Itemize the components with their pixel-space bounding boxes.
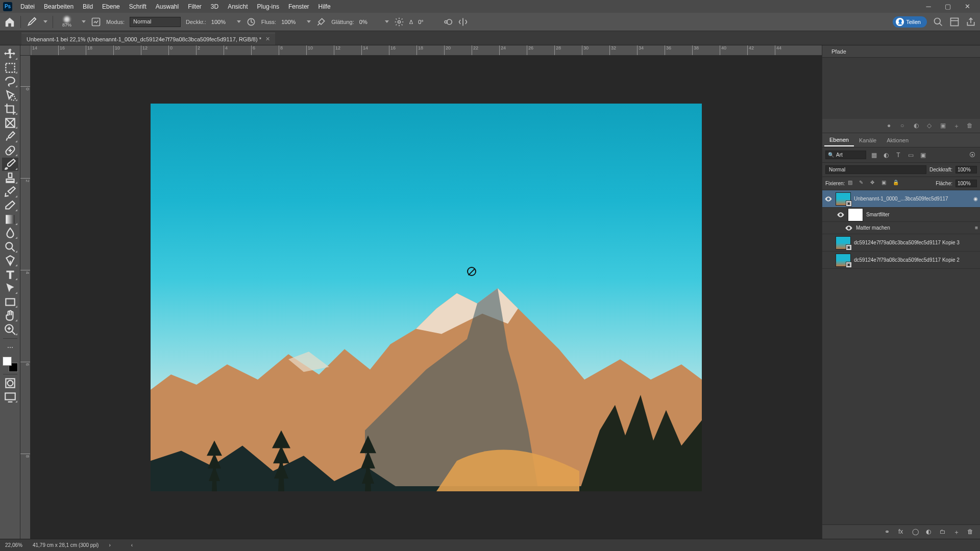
brush-preview[interactable]: 87% bbox=[58, 14, 76, 30]
frame-tool[interactable] bbox=[2, 116, 18, 130]
rectangle-tool[interactable] bbox=[2, 295, 18, 309]
chevron-down-icon[interactable] bbox=[385, 20, 389, 23]
brush-tool[interactable] bbox=[2, 158, 18, 171]
menu-3d[interactable]: 3D bbox=[207, 2, 223, 12]
lasso-tool[interactable] bbox=[2, 75, 18, 88]
history-brush-tool[interactable] bbox=[2, 185, 18, 198]
load-selection-icon[interactable]: ◐ bbox=[914, 122, 922, 130]
status-arrow-icon[interactable]: › bbox=[109, 542, 110, 548]
airbrush-icon[interactable] bbox=[316, 17, 326, 27]
color-swatches[interactable] bbox=[3, 357, 18, 372]
layer-name[interactable]: dc59124e7f79a08c3bca509fec5d9117 Kopie 2 bbox=[854, 257, 978, 263]
heal-tool[interactable] bbox=[2, 144, 18, 157]
menu-fenster[interactable]: Fenster bbox=[284, 2, 313, 12]
canvas-area[interactable] bbox=[31, 56, 822, 539]
paths-panel-tab[interactable]: Pfade bbox=[822, 45, 980, 58]
filter-type-select[interactable]: 🔍 Art bbox=[825, 151, 866, 159]
screen-mode-icon[interactable] bbox=[2, 390, 18, 404]
layer-thumbnail[interactable]: ▣ bbox=[836, 254, 851, 267]
type-tool[interactable] bbox=[2, 268, 18, 281]
brush-panel-icon[interactable] bbox=[91, 17, 101, 27]
layer-row[interactable]: ▣Unbenannt-1_0000_...3bca509fec5d9117◉ bbox=[822, 190, 980, 208]
chevron-down-icon[interactable] bbox=[43, 20, 47, 23]
stroke-path-icon[interactable]: ○ bbox=[900, 122, 909, 130]
fill-path-icon[interactable]: ● bbox=[887, 122, 895, 130]
filter-type-icon[interactable]: T bbox=[894, 151, 903, 160]
filter-options-icon[interactable]: ≡ bbox=[975, 225, 978, 231]
angle-value[interactable]: 0° bbox=[418, 19, 437, 25]
layer-thumbnail[interactable]: ▣ bbox=[836, 192, 851, 206]
move-tool[interactable] bbox=[2, 47, 18, 61]
ruler-vertical[interactable]: 02468 bbox=[20, 56, 31, 539]
quick-select-tool[interactable] bbox=[2, 89, 18, 102]
visibility-icon[interactable] bbox=[845, 224, 853, 232]
lock-position-icon[interactable]: ✥ bbox=[870, 180, 878, 188]
more-tools-icon[interactable]: ⋯ bbox=[2, 341, 18, 354]
layer-thumbnail[interactable] bbox=[848, 208, 863, 221]
close-button[interactable]: ✕ bbox=[958, 1, 977, 12]
ruler-horizontal[interactable]: 1416181012024681012141618202224262830323… bbox=[31, 45, 822, 56]
blend-mode-select[interactable]: Normal bbox=[825, 165, 926, 174]
visibility-icon[interactable] bbox=[824, 256, 832, 264]
layer-name[interactable]: dc59124e7f79a08c3bca509fec5d9117 Kopie 3 bbox=[854, 240, 978, 245]
menu-ansicht[interactable]: Ansicht bbox=[224, 2, 252, 12]
visibility-icon[interactable] bbox=[824, 239, 832, 247]
chevron-down-icon[interactable] bbox=[307, 20, 311, 23]
chevron-down-icon[interactable] bbox=[82, 20, 86, 23]
make-path-icon[interactable]: ◇ bbox=[927, 122, 935, 130]
layer-name[interactable]: Matter machen bbox=[856, 225, 972, 231]
flow-value[interactable]: 100% bbox=[281, 19, 301, 25]
new-path-icon[interactable]: ＋ bbox=[953, 122, 962, 130]
minimize-button[interactable]: ─ bbox=[919, 1, 938, 12]
panel-tab-aktionen[interactable]: Aktionen bbox=[881, 135, 914, 146]
symmetry-icon[interactable] bbox=[458, 17, 468, 27]
fx-icon[interactable]: fx bbox=[898, 528, 906, 536]
mask-icon[interactable]: ▣ bbox=[940, 122, 948, 130]
share-button[interactable]: 👤 Teilen bbox=[893, 16, 927, 28]
menu-filter[interactable]: Filter bbox=[184, 2, 206, 12]
opacity-value[interactable]: 100% bbox=[211, 19, 231, 25]
menu-plug-ins[interactable]: Plug-ins bbox=[253, 2, 283, 12]
fill-input[interactable] bbox=[955, 180, 977, 187]
layer-target-icon[interactable]: ◉ bbox=[973, 196, 978, 202]
filter-toggle-icon[interactable]: ⦿ bbox=[968, 151, 977, 160]
path-select-tool[interactable] bbox=[2, 282, 18, 295]
share-export-icon[interactable] bbox=[966, 17, 976, 27]
opacity-input[interactable] bbox=[955, 166, 977, 173]
menu-datei[interactable]: Datei bbox=[16, 2, 39, 12]
layer-name[interactable]: Smartfilter bbox=[866, 212, 978, 217]
menu-schrift[interactable]: Schrift bbox=[125, 2, 151, 12]
fg-swatch[interactable] bbox=[3, 357, 12, 366]
blur-tool[interactable] bbox=[2, 227, 18, 240]
document-canvas[interactable] bbox=[151, 104, 702, 491]
status-chevron-left-icon[interactable]: ‹ bbox=[131, 542, 133, 548]
delete-path-icon[interactable]: 🗑 bbox=[967, 122, 975, 130]
lock-transparent-icon[interactable]: ▨ bbox=[848, 180, 856, 188]
panel-tab-kanäle[interactable]: Kanäle bbox=[854, 135, 881, 146]
maximize-button[interactable]: ▢ bbox=[938, 1, 958, 12]
menu-bild[interactable]: Bild bbox=[79, 2, 97, 12]
layer-row[interactable]: ▣dc59124e7f79a08c3bca509fec5d9117 Kopie … bbox=[822, 234, 980, 252]
layer-row[interactable]: Smartfilter bbox=[822, 208, 980, 222]
blend-mode-select[interactable]: Normal bbox=[130, 17, 181, 27]
pressure-size-icon[interactable] bbox=[443, 17, 453, 27]
new-layer-icon[interactable]: ＋ bbox=[953, 528, 961, 536]
menu-auswahl[interactable]: Auswahl bbox=[152, 2, 183, 12]
pen-tool[interactable] bbox=[2, 254, 18, 267]
layer-row[interactable]: Matter machen≡ bbox=[822, 222, 980, 234]
pressure-opacity-icon[interactable] bbox=[246, 17, 256, 27]
hand-tool[interactable] bbox=[2, 309, 18, 322]
chevron-down-icon[interactable] bbox=[237, 20, 241, 23]
marquee-tool[interactable] bbox=[2, 61, 18, 74]
zoom-level[interactable]: 22,06% bbox=[5, 542, 22, 548]
dodge-tool[interactable] bbox=[2, 240, 18, 254]
delete-layer-icon[interactable]: 🗑 bbox=[967, 528, 975, 536]
menu-ebene[interactable]: Ebene bbox=[98, 2, 124, 12]
workspace-icon[interactable] bbox=[949, 17, 960, 27]
crop-tool[interactable] bbox=[2, 103, 18, 116]
smoothing-options-icon[interactable] bbox=[394, 17, 404, 27]
lock-all-icon[interactable]: 🔒 bbox=[893, 180, 901, 188]
eraser-tool[interactable] bbox=[2, 199, 18, 212]
filter-adjust-icon[interactable]: ◐ bbox=[881, 151, 891, 160]
menu-bearbeiten[interactable]: Bearbeiten bbox=[40, 2, 78, 12]
